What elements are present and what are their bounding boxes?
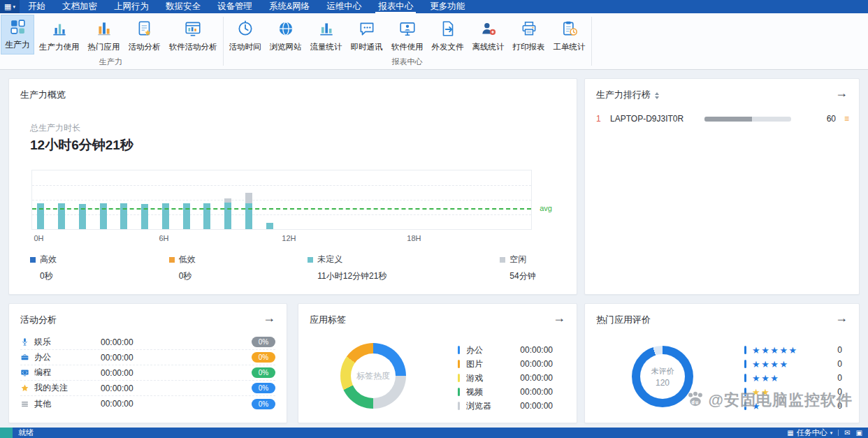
btn-print-report[interactable]: 打印报表 [509,13,549,56]
task-center-button[interactable]: ▦ 任务中心 ▾ [787,428,832,438]
btn-outgoing-files[interactable]: 外发文件 [428,13,468,56]
menu-item-web-behavior[interactable]: 上网行为 [106,0,157,13]
legend-value: 11小时12分钟21秒 [317,270,500,282]
tag-row-browser[interactable]: 浏览器 00:00:00 [458,399,553,413]
legend-swatch [169,257,175,263]
rating-count: 0 [837,359,842,369]
tag-time: 00:00:00 [520,359,553,369]
btn-activity-analysis[interactable]: 活动分析 [124,13,165,56]
legend-item-inefficient: 低效 0秒 [169,254,308,282]
activity-row-my-focus[interactable]: 我的关注 00:00:00 0% [20,381,275,396]
monitor-icon[interactable]: ▣ [856,430,862,437]
bar [141,170,148,229]
btn-instant-messaging[interactable]: 即时通讯 [347,13,387,56]
menu-item-start[interactable]: 开始 [20,0,54,13]
btn-browse-sites[interactable]: 浏览网站 [266,13,306,56]
menu-item-report-center[interactable]: 报表中心 [370,0,421,13]
x-axis: 0H6H12H18H [31,234,532,245]
card-title: 应用标签 [310,314,346,326]
rating-row-5[interactable]: ★★★★★ 0 [744,343,842,357]
menu-item-data-security[interactable]: 数据安全 [157,0,209,13]
percent-badge: 0% [252,367,275,378]
activity-time: 00:00:00 [101,337,178,347]
btn-traffic-stats[interactable]: 流量统计 [306,13,347,56]
legend-label: 低效 [179,254,196,265]
ranking-row[interactable]: 1 LAPTOP-D9J3IT0R 60 ≡ [596,110,849,128]
row-menu-icon[interactable]: ≡ [844,115,849,123]
menu-item-more[interactable]: 更多功能 [421,0,473,13]
legend-item-efficient: 高效 0秒 [30,254,169,282]
more-arrow-icon[interactable]: → [835,311,848,326]
btn-offline-stats[interactable]: 离线统计 [468,13,509,56]
btn-label: 离线统计 [472,42,505,52]
menu-item-device-mgmt[interactable]: 设备管理 [209,0,261,13]
tag-row-images[interactable]: 图片 00:00:00 [458,357,553,371]
x-tick: 6H [159,234,168,242]
activity-label: 我的关注 [34,382,101,394]
menu-item-ops-center[interactable]: 运维中心 [318,0,370,13]
sort-icon[interactable] [655,92,659,99]
bar [120,170,127,229]
more-arrow-icon[interactable]: → [263,311,275,326]
activity-row-other[interactable]: 其他 00:00:00 0% [20,396,275,411]
tag-swatch [458,402,460,410]
more-arrow-icon[interactable]: → [835,86,848,101]
total-productivity-label: 总生产力时长 [30,122,80,134]
percent-badge: 0% [252,399,275,409]
tag-row-video[interactable]: 视频 00:00:00 [458,385,553,399]
menubar: ▦▾ 开始 文档加密 上网行为 数据安全 设备管理 系统&网络 运维中心 报表中… [0,0,868,13]
btn-work-order-stats[interactable]: 工单统计 [549,13,590,56]
percent-badge: 0% [252,352,275,363]
btn-label: 外发文件 [432,42,464,52]
window-menu-button[interactable]: ▦▾ [0,0,20,13]
rank-number: 1 [596,114,610,124]
mail-icon[interactable]: ✉ [844,430,850,437]
tag-row-office[interactable]: 办公 00:00:00 [458,343,553,357]
ribbon-group-label-report-center: 报表中心 [225,56,590,69]
rating-swatch [744,374,746,382]
rating-count: 0 [837,345,842,355]
btn-software-activity-analysis[interactable]: 软件活动分析 [165,13,222,56]
productivity-bar-chart: avg [31,170,532,230]
rating-swatch [744,388,746,396]
btn-productivity-usage[interactable]: 生产力使用 [35,13,84,56]
productivity-primary-button[interactable]: 生产力 [1,15,34,54]
btn-activity-time[interactable]: 活动时间 [225,13,266,56]
activity-row-coding[interactable]: 编程 00:00:00 0% [20,365,275,381]
clipboard-clock-icon [560,20,579,38]
legend-value: 54分钟 [509,270,564,282]
activity-label: 其他 [34,398,101,410]
menu-item-system-network[interactable]: 系统&网络 [261,0,318,13]
legend-swatch [308,257,313,263]
ranking-title: 生产力排行榜 [596,89,651,100]
activity-row-entertainment[interactable]: 娱乐 00:00:00 0% [20,335,275,350]
status-accent-icon [0,428,13,438]
btn-hot-apps[interactable]: 热门应用 [84,13,124,56]
menu-item-doc-encryption[interactable]: 文档加密 [54,0,106,13]
legend-swatch [30,257,36,263]
donut-center-value: 120 [656,378,670,388]
legend-swatch [500,257,505,263]
legend-item-idle: 空闲 54分钟 [500,254,564,282]
btn-label: 即时通讯 [351,42,383,52]
tag-time: 00:00:00 [520,387,553,397]
btn-software-usage[interactable]: 软件使用 [387,13,428,56]
app-tags-donut: 标签热度 [340,343,406,409]
rating-row-2[interactable]: ★★ 0 [744,385,842,399]
tag-swatch [458,374,460,382]
rating-row-3[interactable]: ★★★ 0 [744,371,842,385]
legend-label: 空闲 [509,254,526,265]
activity-row-office[interactable]: 办公 00:00:00 0% [20,350,275,365]
bar [100,170,107,229]
status-divider [838,430,839,436]
rating-row-4[interactable]: ★★★★ 0 [744,357,842,371]
tag-row-games[interactable]: 游戏 00:00:00 [458,371,553,385]
rating-count: 0 [837,401,842,411]
more-arrow-icon[interactable]: → [553,311,565,326]
rating-row-1[interactable]: ★ 0 [744,399,842,413]
offline-user-icon [479,20,498,38]
card-productivity-ranking: 生产力排行榜 → 1 LAPTOP-D9J3IT0R 60 ≡ [584,78,860,295]
avg-line: avg [32,208,531,210]
statusbar: 就绪 ▦ 任务中心 ▾ ✉ ▣ [0,428,868,438]
btn-label: 工单统计 [554,42,586,52]
